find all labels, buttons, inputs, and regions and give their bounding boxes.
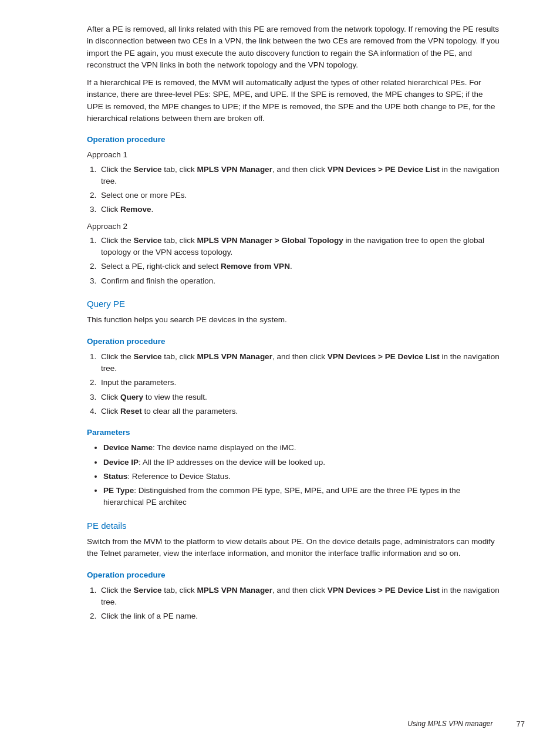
list-item: Input the parameters. (99, 377, 501, 389)
pe-details-steps: Click the Service tab, click MPLS VPN Ma… (99, 585, 501, 623)
list-item: Click the Service tab, click MPLS VPN Ma… (99, 351, 501, 375)
list-item: Select a PE, right-click and select Remo… (99, 261, 501, 272)
query-pe-heading: Query PE (87, 298, 501, 311)
parameters-heading: Parameters (87, 427, 501, 438)
list-item: Click the link of a PE name. (99, 610, 501, 622)
approach1-steps: Click the Service tab, click MPLS VPN Ma… (99, 164, 501, 216)
footer-text: Using MPLS VPN manager (407, 718, 492, 729)
pe-details-heading: PE details (87, 519, 501, 533)
parameters-list: Device Name: The device name displayed o… (103, 442, 501, 508)
list-item: Click Query to view the result. (99, 391, 501, 403)
list-item: Click Reset to clear all the parameters. (99, 406, 501, 417)
list-item: Select one or more PEs. (99, 190, 501, 201)
list-item: Click Remove. (99, 204, 501, 215)
intro-para1: After a PE is removed, all links related… (87, 23, 501, 71)
list-item: Device Name: The device name displayed o… (103, 442, 501, 454)
list-item: Device IP: All the IP addresses on the d… (103, 457, 501, 468)
intro-para2: If a hierarchical PE is removed, the MVM… (87, 77, 501, 124)
list-item: Click the Service tab, click MPLS VPN Ma… (99, 164, 501, 188)
list-item: Confirm and finish the operation. (99, 275, 501, 287)
section-parameters: Parameters Device Name: The device name … (87, 427, 501, 509)
section-operation-procedure-1: Operation procedure Approach 1 Click the… (87, 134, 501, 287)
list-item: Click the Service tab, click MPLS VPN Ma… (99, 585, 501, 609)
op-procedure-heading-2: Operation procedure (87, 336, 501, 347)
section-pe-details: PE details Switch from the MVM to the pl… (87, 519, 501, 623)
approach2-steps: Click the Service tab, click MPLS VPN Ma… (99, 235, 501, 287)
footer-page: 77 (517, 718, 525, 730)
approach1-label: Approach 1 (87, 149, 501, 161)
page-footer: Using MPLS VPN manager 77 (407, 718, 525, 730)
list-item: Status: Reference to Device Status. (103, 471, 501, 482)
list-item: Click the Service tab, click MPLS VPN Ma… (99, 235, 501, 259)
op-procedure-heading-3: Operation procedure (87, 569, 501, 581)
op-procedure-heading-1: Operation procedure (87, 134, 501, 146)
query-pe-description: This function helps you search PE device… (87, 314, 501, 326)
section-query-pe: Query PE This function helps you search … (87, 298, 501, 417)
query-pe-steps: Click the Service tab, click MPLS VPN Ma… (99, 351, 501, 417)
pe-details-description: Switch from the MVM to the platform to v… (87, 536, 501, 560)
approach2-label: Approach 2 (87, 221, 501, 232)
list-item: PE Type: Distinguished from the common P… (103, 485, 501, 509)
page-content: After a PE is removed, all links related… (0, 0, 560, 663)
